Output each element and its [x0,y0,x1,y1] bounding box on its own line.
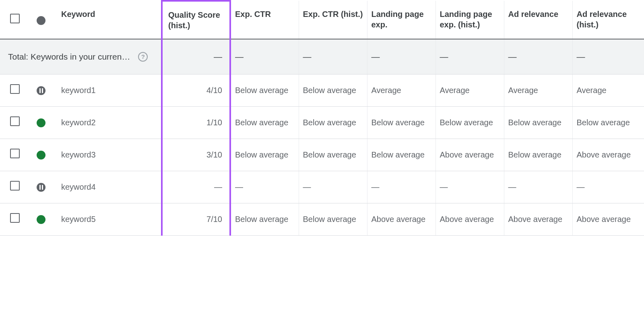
keyword-cell[interactable]: keyword2 [57,106,162,139]
keyword-cell[interactable]: keyword3 [57,139,162,171]
lp-exp-hist-cell: — [436,171,504,203]
status-paused-icon[interactable] [37,183,45,192]
ad-rel-cell: Average [504,74,572,106]
ad-rel-hist-cell: Above average [572,203,644,235]
exp-ctr-hist-header[interactable]: Exp. CTR (hist.) [299,1,367,39]
keyword-header[interactable]: Keyword [57,1,162,39]
exp-ctr-hist-cell: Below average [299,139,367,171]
table-row: keyword3 3/10 Below average Below averag… [0,139,644,171]
table-header-row: Keyword Quality Score (hist.) Exp. CTR E… [0,1,644,39]
ad-relevance-header[interactable]: Ad relevance [504,1,572,39]
lp-exp-cell: Below average [367,106,436,139]
summary-label: Total: Keywords in your curren… [8,51,130,62]
summary-exp-ctr: — [230,39,299,74]
summary-qs: — [162,39,230,74]
ad-rel-hist-cell: Average [572,74,644,106]
lp-exp-hist-cell: Average [436,74,504,106]
ad-rel-hist-cell: Below average [572,106,644,139]
exp-ctr-cell: Below average [230,139,299,171]
qs-cell: — [162,171,230,203]
keywords-table: Keyword Quality Score (hist.) Exp. CTR E… [0,0,644,236]
landing-page-exp-hist-header[interactable]: Landing page exp. (hist.) [436,1,504,39]
row-checkbox[interactable] [10,149,20,158]
exp-ctr-cell: Below average [230,74,299,106]
keyword-cell[interactable]: keyword4 [57,171,162,203]
lp-exp-cell: Average [367,74,436,106]
status-dot-icon [37,16,45,25]
exp-ctr-cell: — [230,171,299,203]
lp-exp-hist-cell: Above average [436,203,504,235]
exp-ctr-hist-cell: Below average [299,106,367,139]
lp-exp-hist-cell: Below average [436,106,504,139]
lp-exp-cell: Below average [367,139,436,171]
help-icon[interactable]: ? [138,52,148,62]
summary-lp-exp: — [367,39,436,74]
row-checkbox[interactable] [10,181,20,191]
qs-cell: 1/10 [162,106,230,139]
summary-exp-ctr-hist: — [299,39,367,74]
lp-exp-cell: Above average [367,203,436,235]
exp-ctr-cell: Below average [230,106,299,139]
table-row: keyword1 4/10 Below average Below averag… [0,74,644,106]
keyword-cell[interactable]: keyword5 [57,203,162,235]
status-enabled-icon[interactable] [37,215,45,224]
summary-ad-rel-hist: — [572,39,644,74]
ad-rel-cell: — [504,171,572,203]
row-checkbox[interactable] [10,213,20,223]
quality-score-hist-header[interactable]: Quality Score (hist.) [162,1,230,39]
status-enabled-icon[interactable] [37,151,45,160]
landing-page-exp-header[interactable]: Landing page exp. [367,1,436,39]
table-row: keyword5 7/10 Below average Below averag… [0,203,644,235]
table-row: keyword2 1/10 Below average Below averag… [0,106,644,139]
ad-rel-cell: Below average [504,139,572,171]
row-checkbox[interactable] [10,116,20,126]
lp-exp-cell: — [367,171,436,203]
qs-cell: 3/10 [162,139,230,171]
summary-lp-exp-hist: — [436,39,504,74]
ad-rel-hist-cell: Above average [572,139,644,171]
exp-ctr-cell: Below average [230,203,299,235]
ad-rel-cell: Above average [504,203,572,235]
summary-row: Total: Keywords in your curren… ? — — — … [0,39,644,74]
summary-ad-rel: — [504,39,572,74]
qs-cell: 7/10 [162,203,230,235]
exp-ctr-hist-cell: Below average [299,74,367,106]
exp-ctr-hist-cell: Below average [299,203,367,235]
checkbox-icon[interactable] [10,14,20,23]
row-checkbox[interactable] [10,84,20,94]
ad-relevance-hist-header[interactable]: Ad relevance (hist.) [572,1,644,39]
lp-exp-hist-cell: Above average [436,139,504,171]
status-paused-icon[interactable] [37,86,45,95]
status-header[interactable] [25,1,57,39]
qs-cell: 4/10 [162,74,230,106]
ad-rel-hist-cell: — [572,171,644,203]
exp-ctr-header[interactable]: Exp. CTR [230,1,299,39]
status-enabled-icon[interactable] [37,118,45,127]
select-all-header[interactable] [0,1,25,39]
keyword-cell[interactable]: keyword1 [57,74,162,106]
ad-rel-cell: Below average [504,106,572,139]
table-row: keyword4 — — — — — — — [0,171,644,203]
exp-ctr-hist-cell: — [299,171,367,203]
